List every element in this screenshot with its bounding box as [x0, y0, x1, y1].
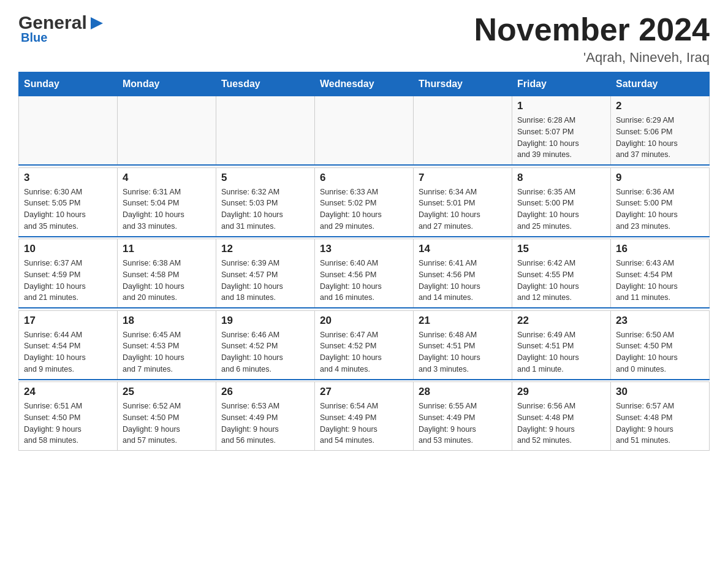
day-info-19: Sunrise: 6:46 AM Sunset: 4:52 PM Dayligh…	[221, 329, 309, 375]
day-cell-2-5: 15Sunrise: 6:42 AM Sunset: 4:55 PM Dayli…	[512, 239, 611, 308]
calendar-table: Sunday Monday Tuesday Wednesday Thursday…	[18, 72, 710, 451]
day-number-28: 28	[419, 386, 507, 398]
day-cell-4-0: 24Sunrise: 6:51 AM Sunset: 4:50 PM Dayli…	[19, 382, 118, 451]
day-number-15: 15	[517, 243, 605, 255]
day-cell-3-2: 19Sunrise: 6:46 AM Sunset: 4:52 PM Dayli…	[216, 310, 315, 380]
day-number-2: 2	[616, 100, 704, 112]
day-number-8: 8	[517, 172, 605, 184]
day-number-12: 12	[221, 243, 309, 255]
header-thursday: Thursday	[414, 72, 512, 96]
day-cell-1-1: 4Sunrise: 6:31 AM Sunset: 5:04 PM Daylig…	[118, 167, 216, 237]
day-cell-3-4: 21Sunrise: 6:48 AM Sunset: 4:51 PM Dayli…	[414, 310, 512, 380]
week-row-0: 1Sunrise: 6:28 AM Sunset: 5:07 PM Daylig…	[19, 96, 710, 166]
day-number-7: 7	[419, 172, 507, 184]
day-cell-4-1: 25Sunrise: 6:52 AM Sunset: 4:50 PM Dayli…	[118, 382, 216, 451]
week-row-2: 10Sunrise: 6:37 AM Sunset: 4:59 PM Dayli…	[19, 239, 710, 308]
day-number-10: 10	[24, 243, 112, 255]
day-number-16: 16	[616, 243, 704, 255]
week-row-1: 3Sunrise: 6:30 AM Sunset: 5:05 PM Daylig…	[19, 167, 710, 237]
day-info-18: Sunrise: 6:45 AM Sunset: 4:53 PM Dayligh…	[123, 329, 211, 375]
logo-general: General	[18, 12, 87, 33]
day-number-24: 24	[24, 386, 112, 398]
day-number-9: 9	[616, 172, 704, 184]
day-info-13: Sunrise: 6:40 AM Sunset: 4:56 PM Dayligh…	[320, 258, 408, 304]
day-info-23: Sunrise: 6:50 AM Sunset: 4:50 PM Dayligh…	[616, 329, 704, 375]
day-cell-0-4	[414, 96, 512, 166]
day-info-25: Sunrise: 6:52 AM Sunset: 4:50 PM Dayligh…	[123, 400, 211, 446]
day-number-22: 22	[517, 315, 605, 327]
location-title: 'Aqrah, Nineveh, Iraq	[474, 50, 710, 66]
day-info-14: Sunrise: 6:41 AM Sunset: 4:56 PM Dayligh…	[419, 258, 507, 304]
header-wednesday: Wednesday	[315, 72, 414, 96]
day-cell-4-4: 28Sunrise: 6:55 AM Sunset: 4:49 PM Dayli…	[414, 382, 512, 451]
day-cell-4-6: 30Sunrise: 6:57 AM Sunset: 4:48 PM Dayli…	[611, 382, 710, 451]
day-cell-2-0: 10Sunrise: 6:37 AM Sunset: 4:59 PM Dayli…	[19, 239, 118, 308]
day-cell-1-5: 8Sunrise: 6:35 AM Sunset: 5:00 PM Daylig…	[512, 167, 611, 237]
day-cell-0-5: 1Sunrise: 6:28 AM Sunset: 5:07 PM Daylig…	[512, 96, 611, 166]
day-info-29: Sunrise: 6:56 AM Sunset: 4:48 PM Dayligh…	[517, 400, 605, 446]
day-info-26: Sunrise: 6:53 AM Sunset: 4:49 PM Dayligh…	[221, 400, 309, 446]
logo-triangle-icon	[88, 15, 105, 32]
header-tuesday: Tuesday	[216, 72, 315, 96]
day-number-19: 19	[221, 315, 309, 327]
day-number-25: 25	[123, 386, 211, 398]
day-cell-2-1: 11Sunrise: 6:38 AM Sunset: 4:58 PM Dayli…	[118, 239, 216, 308]
day-cell-4-2: 26Sunrise: 6:53 AM Sunset: 4:49 PM Dayli…	[216, 382, 315, 451]
day-number-29: 29	[517, 386, 605, 398]
day-cell-0-3	[315, 96, 414, 166]
day-info-4: Sunrise: 6:31 AM Sunset: 5:04 PM Dayligh…	[123, 186, 211, 232]
day-cell-2-6: 16Sunrise: 6:43 AM Sunset: 4:54 PM Dayli…	[611, 239, 710, 308]
day-number-1: 1	[517, 100, 605, 112]
day-cell-0-1	[118, 96, 216, 166]
day-info-2: Sunrise: 6:29 AM Sunset: 5:06 PM Dayligh…	[616, 115, 704, 161]
header-sunday: Sunday	[19, 72, 118, 96]
day-info-12: Sunrise: 6:39 AM Sunset: 4:57 PM Dayligh…	[221, 258, 309, 304]
day-cell-0-2	[216, 96, 315, 166]
day-info-10: Sunrise: 6:37 AM Sunset: 4:59 PM Dayligh…	[24, 258, 112, 304]
day-cell-2-4: 14Sunrise: 6:41 AM Sunset: 4:56 PM Dayli…	[414, 239, 512, 308]
day-info-16: Sunrise: 6:43 AM Sunset: 4:54 PM Dayligh…	[616, 258, 704, 304]
day-info-20: Sunrise: 6:47 AM Sunset: 4:52 PM Dayligh…	[320, 329, 408, 375]
calendar-header-row: Sunday Monday Tuesday Wednesday Thursday…	[19, 72, 710, 96]
day-number-11: 11	[123, 243, 211, 255]
day-info-5: Sunrise: 6:32 AM Sunset: 5:03 PM Dayligh…	[221, 186, 309, 232]
day-info-21: Sunrise: 6:48 AM Sunset: 4:51 PM Dayligh…	[419, 329, 507, 375]
day-cell-4-5: 29Sunrise: 6:56 AM Sunset: 4:48 PM Dayli…	[512, 382, 611, 451]
day-cell-1-0: 3Sunrise: 6:30 AM Sunset: 5:05 PM Daylig…	[19, 167, 118, 237]
day-number-18: 18	[123, 315, 211, 327]
day-number-23: 23	[616, 315, 704, 327]
day-info-11: Sunrise: 6:38 AM Sunset: 4:58 PM Dayligh…	[123, 258, 211, 304]
day-cell-1-4: 7Sunrise: 6:34 AM Sunset: 5:01 PM Daylig…	[414, 167, 512, 237]
day-cell-3-3: 20Sunrise: 6:47 AM Sunset: 4:52 PM Dayli…	[315, 310, 414, 380]
day-cell-3-5: 22Sunrise: 6:49 AM Sunset: 4:51 PM Dayli…	[512, 310, 611, 380]
day-cell-1-3: 6Sunrise: 6:33 AM Sunset: 5:02 PM Daylig…	[315, 167, 414, 237]
day-number-13: 13	[320, 243, 408, 255]
day-info-27: Sunrise: 6:54 AM Sunset: 4:49 PM Dayligh…	[320, 400, 408, 446]
day-info-8: Sunrise: 6:35 AM Sunset: 5:00 PM Dayligh…	[517, 186, 605, 232]
day-number-3: 3	[24, 172, 112, 184]
day-number-26: 26	[221, 386, 309, 398]
day-info-9: Sunrise: 6:36 AM Sunset: 5:00 PM Dayligh…	[616, 186, 704, 232]
day-number-20: 20	[320, 315, 408, 327]
day-number-30: 30	[616, 386, 704, 398]
logo: General Blue	[18, 12, 105, 45]
day-number-5: 5	[221, 172, 309, 184]
header-monday: Monday	[118, 72, 216, 96]
day-info-28: Sunrise: 6:55 AM Sunset: 4:49 PM Dayligh…	[419, 400, 507, 446]
title-section: November 2024 'Aqrah, Nineveh, Iraq	[474, 12, 710, 66]
week-row-4: 24Sunrise: 6:51 AM Sunset: 4:50 PM Dayli…	[19, 382, 710, 451]
day-number-4: 4	[123, 172, 211, 184]
day-info-7: Sunrise: 6:34 AM Sunset: 5:01 PM Dayligh…	[419, 186, 507, 232]
header-saturday: Saturday	[611, 72, 710, 96]
day-info-22: Sunrise: 6:49 AM Sunset: 4:51 PM Dayligh…	[517, 329, 605, 375]
day-info-1: Sunrise: 6:28 AM Sunset: 5:07 PM Dayligh…	[517, 115, 605, 161]
header-friday: Friday	[512, 72, 611, 96]
day-cell-2-2: 12Sunrise: 6:39 AM Sunset: 4:57 PM Dayli…	[216, 239, 315, 308]
day-info-17: Sunrise: 6:44 AM Sunset: 4:54 PM Dayligh…	[24, 329, 112, 375]
day-cell-3-1: 18Sunrise: 6:45 AM Sunset: 4:53 PM Dayli…	[118, 310, 216, 380]
day-info-15: Sunrise: 6:42 AM Sunset: 4:55 PM Dayligh…	[517, 258, 605, 304]
day-cell-3-6: 23Sunrise: 6:50 AM Sunset: 4:50 PM Dayli…	[611, 310, 710, 380]
day-number-14: 14	[419, 243, 507, 255]
day-cell-2-3: 13Sunrise: 6:40 AM Sunset: 4:56 PM Dayli…	[315, 239, 414, 308]
day-info-30: Sunrise: 6:57 AM Sunset: 4:48 PM Dayligh…	[616, 400, 704, 446]
